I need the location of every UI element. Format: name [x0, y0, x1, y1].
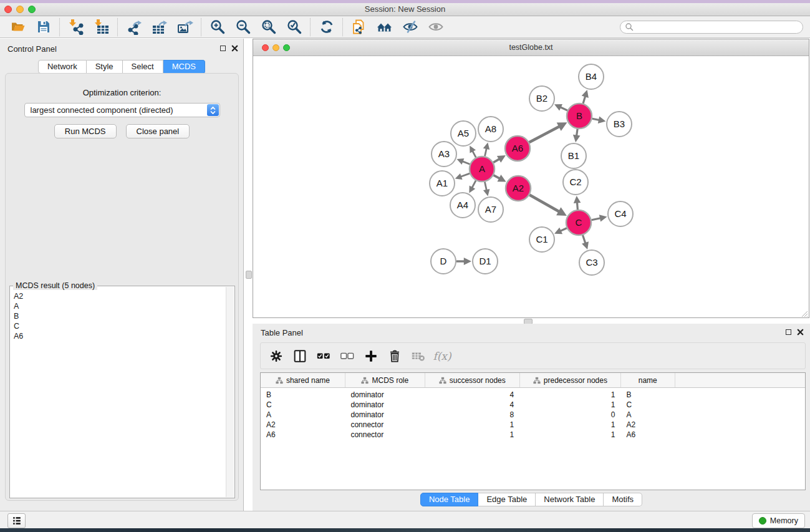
select-all-columns-button[interactable]	[312, 345, 335, 367]
tab-motifs[interactable]: Motifs	[604, 493, 642, 506]
search-box[interactable]	[620, 21, 803, 34]
graph-node-C3[interactable]: C3	[579, 250, 604, 275]
column-header-shared-name[interactable]: shared name	[261, 373, 345, 388]
zoom-window-button[interactable]	[28, 6, 36, 13]
edge-C-C3[interactable]	[583, 235, 586, 243]
edge-C-C4[interactable]	[592, 218, 600, 220]
network-graph[interactable]: B4 B2 B B3 B1 A5 A8 A3 A6 A A1 A4 A7	[253, 56, 809, 318]
hide-selected-button[interactable]	[397, 17, 423, 37]
close-window-button[interactable]	[4, 6, 12, 13]
tab-select[interactable]: Select	[123, 60, 163, 74]
table-row[interactable]: A6connector11A6	[261, 430, 805, 440]
run-mcds-button[interactable]: Run MCDS	[54, 124, 117, 138]
graph-node-A2[interactable]: A2	[506, 176, 531, 201]
table-cell[interactable]: 1	[519, 430, 620, 440]
column-header-name[interactable]: name	[620, 373, 675, 388]
optimization-criterion-select[interactable]: largest connected component (directed)	[24, 103, 220, 117]
table-cell[interactable]: 4	[425, 400, 519, 410]
table-cell[interactable]: dominator	[345, 410, 425, 420]
table-row[interactable]: A2connector11A2	[261, 420, 805, 430]
tab-mcds[interactable]: MCDS	[163, 60, 205, 74]
table-cell[interactable]: B	[261, 388, 345, 400]
mcds-result-item[interactable]: A6	[11, 331, 226, 341]
column-header-predecessor-nodes[interactable]: predecessor nodes	[519, 373, 620, 388]
minimize-window-button[interactable]	[16, 6, 24, 13]
vertical-split-grip[interactable]	[246, 271, 252, 279]
network-minimize-button[interactable]	[272, 44, 279, 51]
task-history-button[interactable]	[7, 513, 26, 528]
create-column-button[interactable]	[359, 345, 383, 367]
graph-node-B2[interactable]: B2	[529, 86, 554, 111]
table-cell[interactable]: A	[261, 410, 345, 420]
table-cell[interactable]: A2	[261, 420, 345, 430]
edge-A-A2[interactable]	[494, 175, 500, 178]
edge-C-C1[interactable]	[561, 228, 567, 231]
float-table-panel-icon[interactable]	[786, 329, 791, 335]
function-builder-button[interactable]: f(x)	[430, 345, 454, 367]
table-cell[interactable]: A2	[620, 420, 675, 430]
close-panel-icon[interactable]	[231, 45, 238, 52]
export-table-button[interactable]	[147, 17, 172, 37]
zoom-in-button[interactable]	[205, 17, 230, 37]
tab-node-table[interactable]: Node Table	[420, 493, 479, 506]
tab-network[interactable]: Network	[38, 60, 87, 74]
graph-node-C2[interactable]: C2	[563, 170, 588, 195]
table-cell[interactable]: 0	[519, 410, 620, 420]
close-panel-button[interactable]: Close panel	[126, 124, 190, 138]
edge-A-A4[interactable]	[472, 181, 476, 188]
table-cell[interactable]: dominator	[345, 388, 425, 400]
delete-table-button[interactable]	[407, 345, 430, 367]
edge-A-A3[interactable]	[463, 162, 470, 165]
network-from-selection-button[interactable]	[346, 17, 372, 37]
table-cell[interactable]: A6	[261, 430, 345, 440]
table-settings-button[interactable]	[264, 345, 288, 367]
edge-B-B3[interactable]	[592, 118, 599, 120]
column-panel-button[interactable]	[288, 345, 312, 367]
mcds-list-scrollbar[interactable]	[226, 287, 234, 497]
edge-A-A8[interactable]	[485, 148, 487, 157]
tab-style[interactable]: Style	[87, 60, 123, 74]
edge-A-A1[interactable]	[461, 173, 470, 177]
edge-B-B2[interactable]	[561, 107, 567, 110]
edge-A-A5[interactable]	[473, 151, 476, 157]
table-row[interactable]: Adominator80A	[261, 410, 805, 420]
open-session-button[interactable]	[5, 17, 31, 37]
graph-node-A1[interactable]: A1	[430, 171, 455, 196]
zoom-selected-button[interactable]	[281, 17, 307, 37]
mcds-result-list[interactable]: A2ABCA6	[11, 291, 226, 497]
graph-node-B[interactable]: B	[567, 104, 592, 128]
table-cell[interactable]: connector	[345, 430, 425, 440]
graph-node-B3[interactable]: B3	[607, 112, 632, 137]
table-cell[interactable]: 1	[519, 420, 620, 430]
graph-node-C4[interactable]: C4	[608, 201, 633, 226]
float-panel-icon[interactable]	[220, 46, 226, 51]
column-header-successor-nodes[interactable]: successor nodes	[425, 373, 519, 388]
network-zoom-button[interactable]	[283, 44, 290, 51]
export-image-button[interactable]	[172, 17, 198, 37]
edge-A6-B[interactable]	[529, 127, 560, 142]
mcds-result-item[interactable]: B	[11, 311, 226, 321]
network-view-canvas[interactable]: B4 B2 B B3 B1 A5 A8 A3 A6 A A1 A4 A7	[253, 56, 809, 318]
graph-node-C1[interactable]: C1	[529, 227, 554, 252]
table-row[interactable]: Cdominator41C	[261, 400, 805, 410]
edge-C-C2[interactable]	[577, 203, 578, 210]
edge-A-A7[interactable]	[485, 182, 486, 191]
table-cell[interactable]: C	[620, 400, 675, 410]
export-network-button[interactable]	[121, 17, 147, 37]
table-row[interactable]: Bdominator41B	[261, 388, 805, 400]
memory-button[interactable]: Memory	[752, 513, 805, 528]
graph-node-A5[interactable]: A5	[451, 121, 476, 146]
table-cell[interactable]: 8	[425, 410, 519, 420]
refresh-button[interactable]	[314, 17, 339, 37]
show-all-button[interactable]	[423, 17, 448, 37]
search-input[interactable]	[634, 21, 803, 32]
import-table-button[interactable]	[89, 17, 114, 37]
graph-node-A4[interactable]: A4	[450, 193, 475, 218]
network-close-button[interactable]	[262, 44, 269, 51]
graph-node-A7[interactable]: A7	[478, 197, 503, 222]
table-cell[interactable]: A6	[620, 430, 675, 440]
edge-A2-C[interactable]	[529, 195, 559, 211]
network-window-titlebar[interactable]: testGlobe.txt	[253, 39, 809, 56]
graph-node-A6[interactable]: A6	[505, 136, 530, 161]
edge-B-B1[interactable]	[577, 129, 578, 136]
